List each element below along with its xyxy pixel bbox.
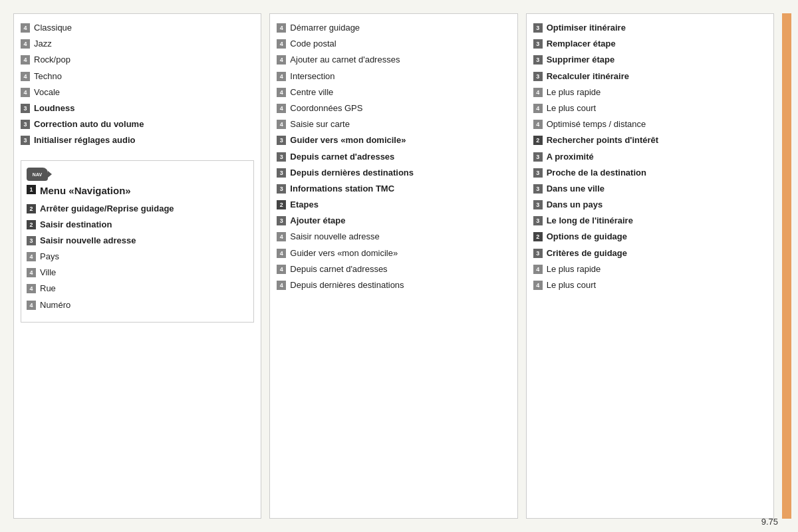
level-badge: 4 [533, 104, 543, 113]
item-label: Supprimer étape [547, 54, 615, 66]
item-label: Informations station TMC [290, 183, 394, 195]
level-badge: 4 [27, 252, 36, 261]
nav-section: 1 Menu «Navigation» 2 Arrêter guidage/Re… [21, 160, 254, 323]
list-item: 3 Supprimer étape [533, 54, 767, 66]
item-label: Techno [34, 70, 62, 82]
item-label: Code postal [290, 38, 336, 50]
level-badge: 3 [277, 136, 286, 145]
item-label: Classique [34, 22, 72, 34]
level-badge: 3 [277, 216, 286, 225]
list-item: 3 Guider vers «mon domicile» [277, 134, 510, 146]
list-item: 3 Loudness [21, 102, 254, 114]
list-item: 4 Démarrer guidage [277, 22, 510, 34]
item-label: Saisir nouvelle adresse [40, 235, 136, 247]
item-label: Depuis carnet d'adresses [290, 263, 387, 275]
nav-icon [27, 168, 48, 181]
list-item: 3 Depuis carnet d'adresses [277, 151, 510, 163]
level-badge: 1 [27, 185, 36, 194]
right-accent-bar [782, 13, 791, 519]
level-badge: 4 [277, 249, 286, 258]
item-label: Depuis dernières destinations [290, 279, 404, 291]
item-label: Depuis carnet d'adresses [290, 151, 394, 163]
list-item: 4 Le plus court [533, 279, 767, 291]
item-label: Saisir nouvelle adresse [290, 231, 379, 243]
level-badge: 3 [277, 184, 286, 194]
list-item: 4 Jazz [21, 38, 254, 50]
level-badge: 4 [21, 55, 30, 65]
level-badge: 3 [277, 168, 286, 178]
item-label: Recalculer itinéraire [547, 70, 629, 82]
level-badge: 4 [277, 88, 286, 97]
level-badge: 4 [533, 120, 543, 129]
list-item: 4 Saisir nouvelle adresse [277, 231, 510, 243]
item-label: Numéro [40, 299, 70, 311]
level-badge: 2 [27, 220, 36, 229]
list-item: 4 Depuis carnet d'adresses [277, 263, 510, 275]
item-label: Vocale [34, 86, 60, 98]
level-badge: 4 [27, 284, 36, 293]
item-label: Rechercher points d'intérêt [547, 134, 659, 146]
level-badge: 2 [27, 204, 36, 213]
list-item: 1 Menu «Navigation» [27, 184, 248, 198]
list-item: 4 Coordonnées GPS [277, 102, 510, 114]
list-item: 4 Optimisé temps / distance [533, 118, 767, 130]
nav-icon-row [27, 168, 248, 181]
level-badge: 2 [533, 136, 543, 145]
level-badge: 2 [533, 232, 543, 241]
level-badge: 4 [533, 88, 543, 97]
level-badge: 4 [21, 39, 30, 49]
column-1: 4 Classique 4 Jazz 4 Rock/pop 4 Techno 4… [13, 13, 261, 519]
item-label: Ajouter étape [290, 215, 345, 227]
level-badge: 3 [27, 236, 36, 245]
level-badge: 4 [27, 301, 36, 310]
item-label: Options de guidage [547, 231, 627, 243]
level-badge: 3 [21, 120, 30, 129]
item-label: Depuis dernières destinations [290, 167, 414, 179]
list-item: 3 Le long de l'itinéraire [533, 215, 767, 227]
list-item: 4 Depuis dernières destinations [277, 279, 510, 291]
level-badge: 4 [21, 88, 30, 97]
list-item: 4 Vocale [21, 86, 254, 98]
item-label: Le plus court [547, 102, 596, 114]
level-badge: 4 [277, 72, 286, 81]
item-label: Arrêter guidage/Reprise guidage [40, 203, 174, 215]
item-label: Intersection [290, 70, 334, 82]
item-label: Rue [40, 283, 56, 295]
list-item: 3 A proximité [533, 151, 767, 163]
list-item: 3 Recalculer itinéraire [533, 70, 767, 82]
list-item: 4 Numéro [27, 299, 248, 311]
level-badge: 4 [277, 104, 286, 113]
item-label: Guider vers «mon domicile» [290, 247, 398, 259]
level-badge: 3 [533, 200, 543, 209]
item-label: Le plus court [547, 279, 596, 291]
level-badge: 3 [533, 72, 543, 81]
list-item: 2 Saisir destination [27, 219, 248, 231]
list-item: 4 Ville [27, 267, 248, 279]
item-label: Proche de la destination [547, 167, 646, 179]
level-badge: 3 [533, 249, 543, 258]
level-badge: 4 [533, 281, 543, 290]
list-item: 3 Informations station TMC [277, 183, 510, 195]
level-badge: 4 [277, 23, 286, 33]
item-label: Loudness [34, 102, 74, 114]
list-item: 4 Ajouter au carnet d'adresses [277, 54, 510, 66]
level-badge: 4 [277, 281, 286, 290]
item-label: Centre ville [290, 86, 333, 98]
level-badge: 3 [21, 136, 30, 145]
list-item: 3 Depuis dernières destinations [277, 167, 510, 179]
list-item: 2 Etapes [277, 199, 510, 211]
item-label: Le plus rapide [547, 263, 601, 275]
page-container: 4 Classique 4 Jazz 4 Rock/pop 4 Techno 4… [0, 0, 798, 532]
level-badge: 4 [533, 265, 543, 274]
item-label: Initialiser réglages audio [34, 134, 135, 146]
level-badge: 4 [277, 232, 286, 241]
level-badge: 4 [277, 39, 286, 49]
list-item: 4 Code postal [277, 38, 510, 50]
item-label: Critères de guidage [547, 247, 627, 259]
list-item: 3 Remplacer étape [533, 38, 767, 50]
list-item: 4 Rue [27, 283, 248, 295]
list-item: 4 Le plus rapide [533, 86, 767, 98]
item-label: Coordonnées GPS [290, 102, 362, 114]
list-item: 3 Dans une ville [533, 183, 767, 195]
list-item: 4 Saisie sur carte [277, 118, 510, 130]
